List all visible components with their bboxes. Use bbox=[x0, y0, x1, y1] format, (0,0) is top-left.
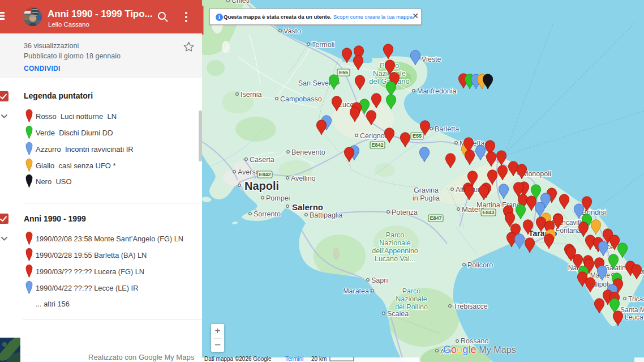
svg-text:Battipaglia: Battipaglia bbox=[310, 211, 342, 219]
svg-text:Sapri: Sapri bbox=[371, 276, 388, 284]
svg-text:Nazionale: Nazionale bbox=[379, 239, 411, 247]
svg-text:Campobasso: Campobasso bbox=[280, 95, 322, 103]
svg-text:Vieste: Vieste bbox=[422, 56, 441, 63]
svg-text:Caserta: Caserta bbox=[250, 156, 274, 164]
svg-text:Nazionale: Nazionale bbox=[396, 295, 427, 303]
svg-text:E842: E842 bbox=[371, 142, 383, 148]
svg-text:Chieti: Chieti bbox=[231, 0, 250, 5]
svg-text:E55: E55 bbox=[339, 70, 348, 75]
svg-text:Monopoli: Monopoli bbox=[522, 170, 551, 178]
svg-text:Policoro: Policoro bbox=[467, 261, 493, 269]
svg-text:Scalea: Scalea bbox=[387, 310, 409, 318]
svg-text:E55: E55 bbox=[413, 133, 422, 139]
svg-text:in Puglia: in Puglia bbox=[413, 194, 440, 202]
svg-text:dell'Appennino: dell'Appennino bbox=[372, 247, 418, 255]
svg-text:Aversa: Aversa bbox=[238, 168, 260, 176]
svg-text:Barletta: Barletta bbox=[435, 125, 459, 133]
svg-text:Salerno: Salerno bbox=[292, 202, 323, 212]
svg-text:Maratea: Maratea bbox=[343, 287, 369, 295]
svg-text:Santa Mari: Santa Mari bbox=[620, 306, 644, 314]
svg-text:Lucano Val...: Lucano Val... bbox=[375, 255, 415, 263]
svg-text:Parco: Parco bbox=[386, 231, 405, 239]
svg-text:Avellino: Avellino bbox=[291, 174, 316, 182]
svg-text:Trebisacce: Trebisacce bbox=[453, 303, 488, 310]
svg-text:E847: E847 bbox=[430, 215, 441, 221]
svg-text:Isernia: Isernia bbox=[241, 91, 262, 99]
svg-text:Tricase: Tricase bbox=[628, 295, 644, 303]
svg-text:Pompei: Pompei bbox=[266, 194, 290, 202]
svg-text:Gravina: Gravina bbox=[414, 186, 439, 194]
svg-text:Benevento: Benevento bbox=[291, 148, 325, 156]
svg-text:del Pollino: del Pollino bbox=[395, 303, 428, 311]
svg-text:Manfredonia: Manfredonia bbox=[417, 87, 457, 95]
svg-text:Napoli: Napoli bbox=[244, 180, 279, 192]
svg-text:Fontana: Fontana bbox=[556, 227, 581, 235]
svg-text:Parco: Parco bbox=[402, 287, 421, 295]
svg-text:Vasto: Vasto bbox=[284, 27, 301, 35]
svg-text:Termoli: Termoli bbox=[312, 41, 334, 49]
svg-text:E842: E842 bbox=[259, 172, 271, 177]
svg-text:Sorrento: Sorrento bbox=[254, 210, 281, 218]
svg-text:E843: E843 bbox=[482, 210, 494, 215]
svg-text:Potenza: Potenza bbox=[392, 208, 418, 216]
